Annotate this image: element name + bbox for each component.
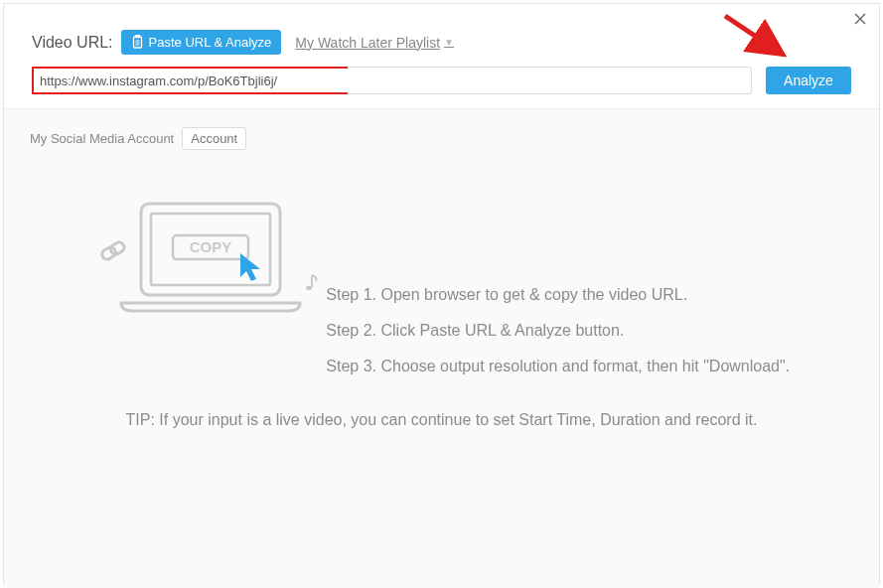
step-2: Step 2. Click Paste URL & Analyze button… <box>326 322 790 340</box>
paste-button-label: Paste URL & Analyze <box>149 35 272 50</box>
laptop-illustration: COPY <box>93 200 322 327</box>
watch-later-playlist-link[interactable]: My Watch Later Playlist ▼ <box>295 35 454 51</box>
url-input-remainder[interactable] <box>348 67 752 94</box>
step-3: Step 3. Choose output resolution and for… <box>326 358 790 375</box>
account-button[interactable]: Account <box>182 127 246 150</box>
url-input-container <box>32 67 752 94</box>
paste-icon <box>131 35 144 50</box>
url-input[interactable] <box>34 69 348 92</box>
social-account-label: My Social Media Account <box>30 131 174 146</box>
url-highlight-box <box>32 67 350 94</box>
steps-block: Step 1. Open browser to get & copy the v… <box>326 286 790 393</box>
playlist-link-label: My Watch Later Playlist <box>295 35 440 51</box>
analyze-button[interactable]: Analyze <box>766 67 851 94</box>
svg-marker-15 <box>240 253 260 281</box>
chevron-down-icon: ▼ <box>444 37 454 48</box>
tip-text: TIP: If your input is a live video, you … <box>30 411 853 429</box>
video-url-label: Video URL: <box>32 34 113 52</box>
close-button[interactable] <box>849 8 871 30</box>
svg-point-16 <box>306 286 312 290</box>
close-icon <box>854 13 866 25</box>
step-1: Step 1. Open browser to get & copy the v… <box>326 286 790 304</box>
copy-label: COPY <box>190 238 232 255</box>
paste-url-analyze-button[interactable]: Paste URL & Analyze <box>121 30 282 55</box>
svg-rect-10 <box>109 240 126 256</box>
